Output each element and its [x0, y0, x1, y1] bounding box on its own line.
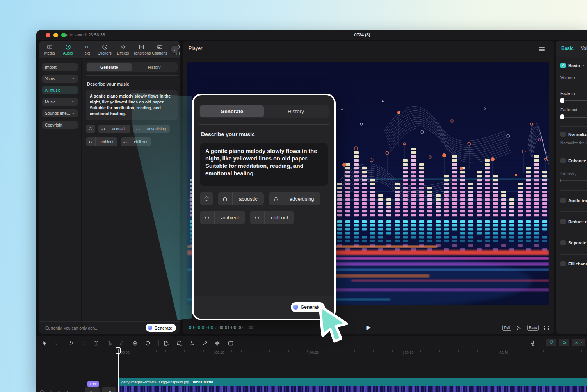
redo-button[interactable] — [80, 339, 87, 346]
track-speaker-icon[interactable] — [65, 388, 70, 392]
sidebar-item-ai-music[interactable]: AI music — [42, 86, 78, 94]
tag-label: chill out — [265, 215, 294, 221]
auto-link-toggle[interactable] — [572, 339, 585, 346]
select-tool-button[interactable] — [42, 339, 48, 346]
audio-trans-checkbox[interactable] — [560, 198, 566, 203]
play-button[interactable]: ▶ — [367, 324, 371, 330]
fullscreen-icon[interactable] — [544, 325, 550, 331]
tag-chill-out[interactable]: chill out — [250, 211, 294, 224]
audio-separate-button[interactable] — [215, 339, 221, 346]
generate-history-tabs-small: Generate History — [86, 62, 178, 72]
tag-chill-out[interactable]: chill out — [121, 137, 151, 146]
player-menu-icon[interactable] — [539, 47, 545, 51]
collapse-arrow-icon[interactable]: ▲ — [582, 64, 585, 67]
generate-button-small[interactable]: Generate — [146, 324, 176, 332]
sidebar-item-music[interactable]: Music — [42, 98, 78, 106]
cut-tool-button[interactable] — [85, 387, 100, 392]
tab-voice[interactable]: Voic — [581, 46, 587, 51]
separate-checkbox[interactable] — [560, 240, 566, 245]
intensity-slider[interactable] — [560, 180, 587, 181]
refresh-tags-button[interactable] — [200, 192, 213, 205]
inspector-tabbar: Basic Voic — [556, 41, 587, 57]
minimize-button[interactable] — [53, 33, 58, 37]
desktop-background: Auto saved: 23:56:35 0724 (3) Media Audi… — [0, 0, 587, 392]
split-keep-right-button[interactable] — [119, 339, 125, 346]
tag-ambient[interactable]: ambient — [200, 211, 245, 224]
divider — [199, 124, 329, 125]
sidebar-item-sounds-effe-[interactable]: Sounds effe... — [42, 109, 78, 117]
display-grid-icon[interactable] — [248, 325, 254, 330]
reduce-noise-checkbox[interactable] — [560, 219, 566, 224]
playhead-line[interactable] — [118, 349, 119, 392]
headphones-icon — [123, 140, 127, 144]
timeline-clip[interactable]: getty-images--yz4wG6Xkgg-unsplash.jpg 00… — [118, 378, 587, 386]
ruler-label: |00:20 — [308, 351, 319, 355]
add-mask-button[interactable] — [176, 339, 182, 346]
fill-channel-checkbox[interactable] — [560, 261, 566, 266]
divider — [560, 151, 587, 151]
add-mask-icon — [176, 340, 182, 346]
track-eye-icon[interactable] — [57, 388, 62, 392]
auto-link-icon — [574, 340, 579, 345]
volume-slider[interactable] — [560, 84, 587, 84]
export-frame-button[interactable] — [163, 339, 169, 346]
basic-checkbox[interactable]: ✓ — [560, 63, 566, 68]
preview-axis-toggle[interactable] — [559, 339, 569, 346]
zoom-fit-icon[interactable] — [516, 325, 522, 331]
tab-captions[interactable]: Captions — [154, 44, 165, 55]
sticker-face-button[interactable] — [228, 339, 234, 346]
tag-advertising[interactable]: advertising — [133, 125, 170, 133]
track-square-icon[interactable] — [39, 388, 44, 392]
tab-history-small[interactable]: History — [132, 63, 177, 71]
refresh-tags-button[interactable] — [86, 125, 95, 133]
tag-row-1-small: acoustic advertising — [86, 125, 173, 133]
panel-divider — [81, 58, 82, 334]
enhance-checkbox[interactable] — [560, 158, 566, 163]
split-button[interactable] — [93, 339, 100, 346]
tabbar-overflow-button[interactable] — [171, 46, 178, 53]
record-mic-icon[interactable] — [530, 339, 536, 346]
tag-advertising[interactable]: advertising — [269, 192, 320, 205]
prompt-textarea[interactable]: A gentle piano melody slowly flows in th… — [200, 143, 328, 186]
ratio-button[interactable]: Ratio — [527, 325, 539, 331]
playhead-handle[interactable] — [116, 347, 121, 354]
mask-button[interactable] — [145, 339, 151, 346]
tab-generate[interactable]: Generate — [200, 105, 264, 117]
edit-tool-button[interactable] — [102, 387, 116, 392]
fade-in-slider[interactable] — [560, 100, 587, 101]
tag-label: advertising — [283, 196, 320, 202]
tab-basic[interactable]: Basic — [561, 46, 574, 51]
magic-tools-icon — [202, 340, 208, 346]
close-button[interactable] — [46, 33, 50, 37]
tag-acoustic[interactable]: acoustic — [98, 125, 130, 133]
timeline-ruler[interactable] — [118, 350, 587, 352]
delete-button[interactable] — [132, 339, 138, 346]
tag-acoustic[interactable]: acoustic — [218, 192, 264, 205]
adjust-button[interactable] — [189, 339, 195, 346]
magic-tools-button[interactable] — [202, 339, 208, 346]
prompt-textarea-small[interactable]: A gentle piano melody slowly flows in th… — [86, 90, 178, 120]
tab-generate-small[interactable]: Generate — [87, 63, 132, 71]
tab-history[interactable]: History — [264, 105, 328, 117]
sidebar-item-import[interactable]: Import — [42, 63, 78, 71]
sidebar-item-copyright[interactable]: Copyright — [42, 121, 78, 129]
undo-button[interactable] — [68, 339, 74, 346]
tab-media[interactable]: Media — [44, 44, 55, 55]
clip-waveform[interactable] — [118, 386, 587, 392]
select-tool-options-button[interactable] — [55, 340, 59, 347]
track-lock-icon[interactable] — [48, 388, 53, 392]
tab-label: Text — [83, 51, 90, 55]
tab-effects[interactable]: Effects — [117, 44, 129, 55]
fade-out-slider[interactable] — [560, 117, 587, 118]
full-button[interactable]: Full — [502, 325, 511, 331]
snap-magnet-toggle[interactable] — [546, 339, 556, 346]
split-keep-left-button[interactable] — [106, 339, 112, 346]
tab-audio[interactable]: Audio — [62, 44, 74, 55]
generate-note: Currently, you can only gen... — [45, 326, 98, 330]
tab-stickers[interactable]: Stickers — [99, 44, 110, 55]
normalize-checkbox[interactable] — [560, 132, 566, 137]
sidebar-item-yours[interactable]: Yours — [42, 75, 78, 83]
tab-text[interactable]: TI Text — [80, 44, 92, 55]
tag-ambient[interactable]: ambient — [86, 137, 117, 146]
tab-transitions[interactable]: Transitions — [135, 44, 147, 55]
